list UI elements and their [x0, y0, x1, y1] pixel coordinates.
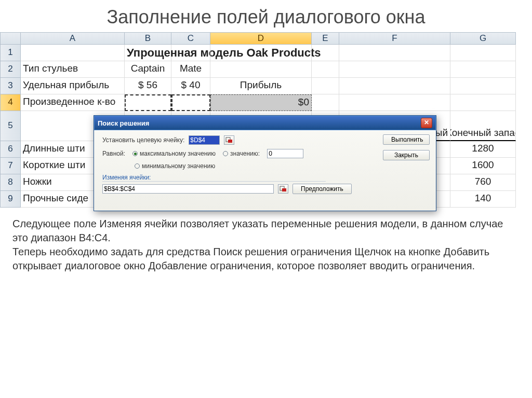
radio-max[interactable]: [132, 151, 138, 156]
cell-f2[interactable]: [339, 61, 450, 78]
col-header-f[interactable]: F: [339, 32, 450, 45]
close-icon[interactable]: ✕: [421, 118, 432, 128]
col-header-b[interactable]: B: [125, 32, 171, 45]
cell-b4[interactable]: [125, 94, 171, 111]
equal-label: Равной:: [102, 150, 125, 157]
cell-d1[interactable]: [210, 45, 312, 61]
cell-c3[interactable]: $ 40: [171, 78, 210, 94]
dialog-title-text: Поиск решения: [98, 119, 149, 127]
cell-e4[interactable]: [312, 94, 339, 111]
svg-rect-1: [228, 140, 232, 143]
col-header-g[interactable]: G: [450, 32, 516, 45]
col-header-d[interactable]: D: [210, 32, 312, 45]
cell-d3[interactable]: Прибыль: [210, 78, 312, 94]
radio-min-label: минимальному значению: [142, 162, 215, 170]
cell-g7[interactable]: 1600: [450, 158, 516, 174]
description-text: Следующее поле Изменяя ячейки позволяет …: [0, 208, 532, 273]
cell-c4[interactable]: [171, 94, 210, 111]
slide-title: Заполнение полей диалогового окна: [0, 0, 532, 32]
target-cell-label: Установить целевую ячейку:: [102, 136, 184, 144]
cell-b1[interactable]: Упрощенная модель Oak Products: [125, 45, 171, 61]
row-header-6[interactable]: 6: [0, 141, 21, 158]
cell-f4[interactable]: [339, 94, 450, 111]
row-header-2[interactable]: 2: [0, 61, 21, 78]
cell-a4[interactable]: Произведенное к-во: [21, 94, 125, 111]
radio-value-label: значению:: [230, 150, 260, 157]
guess-button[interactable]: Предположить: [292, 184, 352, 194]
row-header-7[interactable]: 7: [0, 158, 21, 174]
cell-e3[interactable]: [312, 78, 339, 94]
cell-g9[interactable]: 140: [450, 191, 516, 208]
row-header-5[interactable]: 5: [0, 111, 21, 141]
range-picker-icon-2[interactable]: [278, 184, 288, 194]
cell-a2[interactable]: Тип стульев: [21, 61, 125, 78]
row-header-4[interactable]: 4: [0, 94, 21, 111]
cell-g4[interactable]: [450, 94, 516, 111]
svg-rect-3: [282, 188, 286, 191]
changing-cells-input[interactable]: [102, 184, 274, 194]
target-cell-input[interactable]: [189, 135, 220, 145]
row-header-9[interactable]: 9: [0, 191, 21, 208]
cell-g1[interactable]: [450, 45, 516, 61]
cell-g5[interactable]: Конечный запас: [450, 111, 516, 141]
cell-d2[interactable]: [210, 61, 312, 78]
cell-f1[interactable]: [339, 45, 450, 61]
range-picker-icon[interactable]: [224, 135, 234, 145]
cell-f3[interactable]: [339, 78, 450, 94]
close-button[interactable]: Закрыть: [383, 150, 430, 160]
col-header-c[interactable]: C: [171, 32, 210, 45]
changing-cells-label: Изменяя ячейки:: [102, 174, 326, 182]
radio-max-label: максимальному значению: [140, 150, 216, 157]
col-header-a[interactable]: A: [21, 32, 125, 45]
cell-b3[interactable]: $ 56: [125, 78, 171, 94]
cell-g3[interactable]: [450, 78, 516, 94]
cell-c2[interactable]: Mate: [171, 61, 210, 78]
solver-dialog: Поиск решения ✕ Выполнить Закрыть Устано…: [94, 115, 436, 211]
cell-a3[interactable]: Удельная прибыль: [21, 78, 125, 94]
row-header-1[interactable]: 1: [0, 45, 21, 61]
cell-e2[interactable]: [312, 61, 339, 78]
cell-g2[interactable]: [450, 61, 516, 78]
row-header-8[interactable]: 8: [0, 174, 21, 191]
value-input[interactable]: [267, 149, 303, 158]
dialog-titlebar[interactable]: Поиск решения ✕: [94, 116, 436, 130]
radio-min[interactable]: [135, 163, 140, 169]
col-header-e[interactable]: E: [312, 32, 339, 45]
row-header-3[interactable]: 3: [0, 78, 21, 94]
cell-a1[interactable]: [21, 45, 125, 61]
cell-g6[interactable]: 1280: [450, 141, 516, 158]
radio-value[interactable]: [223, 151, 228, 156]
select-all-corner[interactable]: [0, 32, 21, 45]
cell-b2[interactable]: Captain: [125, 61, 171, 78]
cell-e1[interactable]: [312, 45, 339, 61]
cell-c1[interactable]: [171, 45, 210, 61]
cell-g8[interactable]: 760: [450, 174, 516, 191]
run-button[interactable]: Выполнить: [383, 134, 430, 145]
cell-d4[interactable]: $0: [210, 94, 312, 111]
